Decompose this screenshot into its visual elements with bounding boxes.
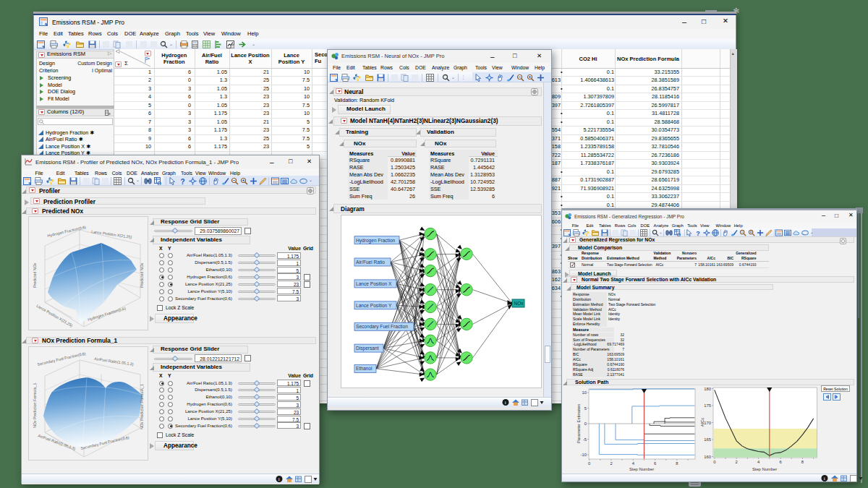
svg-text:Step Number: Step Number <box>629 467 654 471</box>
svg-text:0: 0 <box>588 461 590 466</box>
svg-text:Predicted NOx: Predicted NOx <box>140 262 144 288</box>
svg-text:Lance Position Y: Lance Position Y <box>356 303 392 308</box>
svg-text:Secondary Fuel Fraction(0,6): Secondary Fuel Fraction(0,6) <box>37 351 86 367</box>
svg-text:NOx: NOx <box>514 301 524 306</box>
svg-text:AICc: AICc <box>700 418 705 427</box>
svg-text:Air/Fuel Ratio: Air/Fuel Ratio <box>356 260 385 265</box>
svg-text:8: 8 <box>676 461 678 466</box>
svg-text:Hydrogen Fraction: Hydrogen Fraction <box>356 238 396 244</box>
svg-text:5: 5 <box>584 406 587 411</box>
svg-text:Ethanol: Ethanol <box>356 366 373 371</box>
svg-text:2: 2 <box>610 461 612 466</box>
svg-text:i: i <box>278 476 280 482</box>
svg-text:8: 8 <box>801 460 804 464</box>
svg-text:6: 6 <box>779 460 781 464</box>
svg-text:180: 180 <box>704 387 711 391</box>
svg-text:Parameter Estimates: Parameter Estimates <box>576 404 581 443</box>
svg-text:Q: Q <box>158 181 162 185</box>
svg-text:Predicted NOx: Predicted NOx <box>33 262 37 288</box>
svg-text:2: 2 <box>736 460 738 464</box>
svg-text:4: 4 <box>632 461 635 466</box>
svg-text:?: ? <box>181 177 185 185</box>
svg-text:Lance Position X: Lance Position X <box>356 281 392 286</box>
svg-text:Q: Q <box>677 232 681 236</box>
svg-text:-5: -5 <box>583 437 587 442</box>
svg-text:160: 160 <box>704 455 711 459</box>
svg-text:Secondary Fuel Fraction: Secondary Fuel Fraction <box>356 324 408 330</box>
svg-text:6: 6 <box>654 461 656 466</box>
svg-text:0: 0 <box>584 421 587 426</box>
svg-text:175: 175 <box>704 403 711 408</box>
svg-text:Dispersant: Dispersant <box>356 346 379 351</box>
svg-text:i: i <box>824 476 825 481</box>
svg-text:0: 0 <box>713 460 715 464</box>
svg-text:170: 170 <box>704 421 711 425</box>
svg-text:4: 4 <box>757 460 760 464</box>
svg-text:NOx Prediction Formula_1: NOx Prediction Formula_1 <box>33 383 37 428</box>
svg-text:NOx Prediction FormulA_1: NOx Prediction FormulA_1 <box>140 384 144 429</box>
svg-text:?: ? <box>696 230 700 236</box>
svg-text:-10: -10 <box>581 453 587 457</box>
svg-text:165: 165 <box>704 437 711 442</box>
svg-text:i: i <box>505 400 506 406</box>
svg-text:10: 10 <box>582 390 587 395</box>
svg-text:Step Number: Step Number <box>752 467 777 471</box>
